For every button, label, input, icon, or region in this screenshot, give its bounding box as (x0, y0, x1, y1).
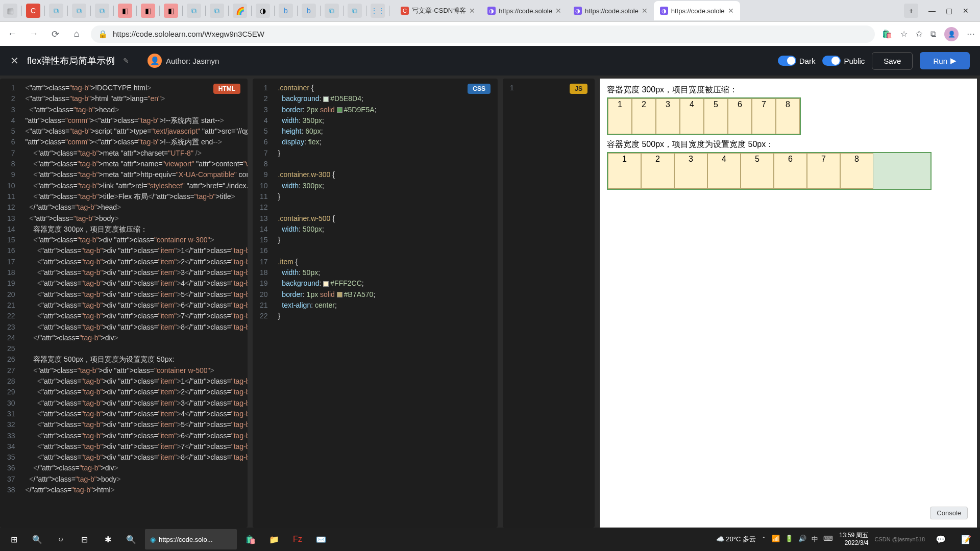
demo-item: 3 (656, 98, 680, 134)
store-icon[interactable]: 🛍️ (241, 530, 260, 549)
close-window-button[interactable]: ✕ (963, 7, 969, 15)
demo-item: 7 (752, 98, 776, 134)
pinned-tab[interactable]: b (302, 4, 316, 18)
demo-item: 1 (608, 98, 632, 134)
pinned-tab[interactable]: ⧉ (348, 4, 362, 18)
pinned-tab[interactable]: ⧉ (72, 4, 86, 18)
forward-button[interactable]: → (27, 27, 41, 41)
taskbar-app-title: https://code.solo... (159, 536, 213, 543)
cortana-button[interactable]: ○ (51, 530, 70, 549)
close-icon[interactable]: ✕ (10, 55, 19, 67)
pinned-tab[interactable]: 🌈 (233, 4, 247, 18)
html-pane[interactable]: HTML 12345678910111213141516171819202122… (0, 79, 248, 528)
pinned-tab[interactable]: C (26, 4, 40, 18)
weather-text: 20°C 多云 (726, 535, 756, 543)
browser-tab[interactable]: C写文章-CSDN博客✕ (395, 1, 481, 20)
reload-button[interactable]: ⟳ (48, 27, 62, 41)
volume-icon[interactable]: 🔊 (798, 535, 806, 544)
pinned-tab[interactable]: ◧ (118, 4, 132, 18)
demo-container-500: 12345678 (607, 152, 932, 190)
pinned-tab[interactable]: ⧉ (95, 4, 109, 18)
browser-tab[interactable]: ◑https://code.solole✕ (654, 1, 740, 20)
pinned-tab[interactable]: ⧉ (210, 4, 224, 18)
tab-close-icon[interactable]: ✕ (555, 7, 561, 15)
html-pane-label: HTML (213, 84, 240, 94)
browser-tab[interactable]: ◑https://code.solole✕ (568, 1, 654, 20)
run-button[interactable]: Run ▶ (920, 52, 970, 69)
tray-chevron-icon[interactable]: ˄ (762, 536, 766, 543)
explorer-icon[interactable]: 📁 (264, 530, 284, 549)
back-button[interactable]: ← (5, 27, 19, 41)
demo-item: 5 (741, 153, 774, 189)
pinned-tab[interactable]: b (279, 4, 293, 18)
browser-tab[interactable]: ◑https://code.solole✕ (481, 1, 568, 20)
tab-title: https://code.solole (585, 7, 639, 15)
save-button[interactable]: Save (872, 52, 913, 70)
shopping-icon[interactable]: 🛍️ (882, 29, 892, 39)
pinned-tab[interactable]: ⧉ (187, 4, 201, 18)
switch-icon (778, 56, 796, 66)
system-tray: 📶 🔋 🔊 中 ⌨ (772, 535, 833, 544)
js-code[interactable] (519, 83, 595, 528)
magnifier-icon[interactable]: 🔍 (121, 530, 141, 549)
profile-avatar[interactable]: 👤 (944, 27, 959, 41)
filezilla-icon[interactable]: Fz (288, 530, 307, 549)
demo-item: 4 (707, 153, 741, 189)
window-controls: — ▢ ✕ (920, 7, 977, 15)
taskbar-active-app[interactable]: ◉ https://code.solo... (145, 529, 237, 549)
dark-toggle[interactable]: Dark (778, 56, 816, 66)
tab-favicon: ◑ (660, 7, 668, 15)
pinned-tab[interactable]: ⋮⋮ (371, 4, 385, 18)
mail-icon[interactable]: ✉️ (311, 530, 331, 549)
js-pane-label: JS (570, 84, 587, 94)
new-tab-button[interactable]: + (904, 4, 918, 18)
favorites-bar-icon[interactable]: ✩ (916, 29, 922, 39)
notifications-icon[interactable]: 💬 (931, 530, 950, 549)
favorite-icon[interactable]: ☆ (900, 29, 908, 39)
task-view-button[interactable]: ⊟ (75, 530, 94, 549)
watermark: CSDN @jasmyn518 (874, 536, 925, 542)
demo-item: 6 (728, 98, 752, 134)
pinned-tab[interactable]: ◧ (164, 4, 178, 18)
demo-item: 8 (776, 98, 800, 134)
line-gutter: 1 (503, 83, 519, 528)
pinned-tab[interactable]: ⧉ (325, 4, 339, 18)
switch-icon (822, 56, 841, 66)
search-button[interactable]: 🔍 (28, 530, 47, 549)
public-toggle[interactable]: Public (822, 56, 865, 66)
html-code[interactable]: <"attr">class="tag-b">!DOCTYPE html> <"a… (20, 83, 248, 528)
app-icon[interactable]: ✱ (98, 530, 117, 549)
keyboard-icon[interactable]: ⌨ (823, 535, 833, 544)
home-button[interactable]: ⌂ (69, 27, 84, 41)
css-code[interactable]: .container { background: #D5E8D4; border… (273, 83, 498, 528)
start-button[interactable]: ⊞ (4, 530, 23, 549)
console-button[interactable]: Console (930, 507, 968, 519)
toolbar: ← → ⟳ ⌂ 🔒 https://code.sololearn.com/Wxe… (0, 21, 980, 46)
tab-close-icon[interactable]: ✕ (642, 7, 648, 15)
maximize-button[interactable]: ▢ (946, 7, 952, 15)
pinned-tab[interactable]: ▦ (3, 4, 17, 18)
pinned-tab[interactable]: ◧ (141, 4, 155, 18)
tab-close-icon[interactable]: ✕ (728, 7, 734, 15)
clock-date: 2022/3/4 (839, 539, 868, 547)
wifi-icon[interactable]: 📶 (772, 535, 780, 544)
minimize-button[interactable]: — (928, 7, 936, 15)
menu-icon[interactable]: ⋯ (967, 29, 975, 39)
notes-icon[interactable]: 📝 (957, 530, 976, 549)
pinned-tab[interactable]: ◑ (256, 4, 270, 18)
js-pane[interactable]: JS 1 (503, 79, 595, 528)
line-gutter: 12345678910111213141516171819202122 (253, 83, 273, 528)
author-block[interactable]: 👤 Author: Jasmyn (148, 54, 219, 68)
collections-icon[interactable]: ⧉ (930, 30, 936, 39)
tab-title: https://code.solole (671, 7, 725, 15)
edit-icon[interactable]: ✎ (123, 57, 129, 65)
battery-icon[interactable]: 🔋 (785, 535, 793, 544)
tab-close-icon[interactable]: ✕ (469, 7, 475, 15)
css-pane[interactable]: CSS 12345678910111213141516171819202122 … (253, 79, 498, 528)
taskbar-clock[interactable]: 13:59 周五 2022/3/4 (839, 532, 868, 547)
weather-widget[interactable]: ☁️ 20°C 多云 (716, 535, 756, 544)
ime-indicator[interactable]: 中 (812, 535, 818, 544)
url-text: https://code.sololearn.com/Wxegw9n3C5EW (113, 30, 264, 38)
address-bar[interactable]: 🔒 https://code.sololearn.com/Wxegw9n3C5E… (91, 26, 875, 43)
pinned-tab[interactable]: ⧉ (49, 4, 63, 18)
